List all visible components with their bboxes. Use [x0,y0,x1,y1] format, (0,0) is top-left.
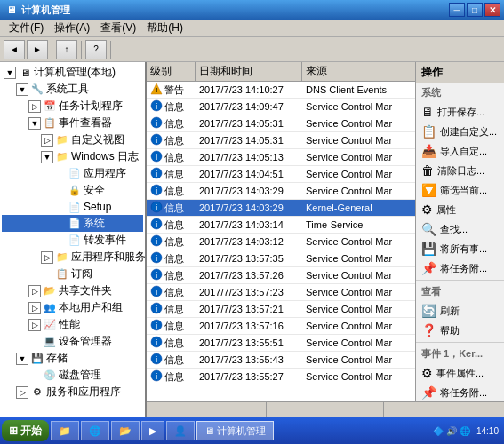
tree-item-perf[interactable]: ▷ 📈 性能 [2,316,143,333]
close-button[interactable]: ✕ [484,3,500,17]
action-event-props[interactable]: ⚙ 事件属性... [416,363,504,383]
maximize-button[interactable]: □ [467,3,483,17]
tree-item-security[interactable]: ▷ 🔒 安全 [2,182,143,199]
up-button[interactable]: ↑ [56,40,77,59]
minimize-button[interactable]: ─ [449,3,465,17]
info-icon: i [150,201,163,215]
log-cell-datetime: 2017/7/23 13:55:51 [196,337,302,349]
log-row[interactable]: i信息2017/7/23 14:05:13Service Control Mar [147,149,415,166]
action-refresh[interactable]: 🔄 刷新 [416,301,504,321]
expand-system-tools[interactable]: ▼ [16,83,28,96]
expand-storage[interactable]: ▼ [16,353,28,365]
expand-services-apps[interactable]: ▷ [16,386,28,399]
tree-item-system[interactable]: ▷ 📄 系统 [2,215,143,232]
taskbar-users[interactable]: 👤 [166,421,195,440]
taskbar-media[interactable]: ▶ [141,421,164,440]
tree-item-task[interactable]: ▷ 📅 任务计划程序 [2,98,143,115]
tree-item-localusers[interactable]: ▷ 👥 本地用户和组 [2,299,143,316]
log-rows[interactable]: !警告2017/7/23 14:10:27DNS Client Eventsi信… [147,82,415,401]
info-icon: i [150,234,163,249]
log-row[interactable]: i信息2017/7/23 13:57:23Service Control Mar [147,284,415,301]
forwarded-label: 转发事件 [84,233,126,248]
tree-item-subscriptions[interactable]: ▷ 📋 订阅 [2,266,143,282]
taskbar-ie[interactable]: 🌐 [81,421,109,440]
log-cell-level: i信息 [147,318,196,334]
tree-item-applog[interactable]: ▷ 📄 应用程序 [2,165,143,182]
action-open-saved[interactable]: 🖥 打开保存... [416,102,504,122]
tree-item-services-apps[interactable]: ▷ ⚙ 服务和应用程序 [2,384,143,400]
back-button[interactable]: ◄ [4,40,25,59]
log-row[interactable]: i信息2017/7/23 14:05:31Service Control Mar [147,115,415,132]
expand-shared[interactable]: ▷ [28,285,41,297]
tree-item-custom[interactable]: ▷ 📁 自定义视图 [2,131,143,148]
log-row[interactable]: i信息2017/7/23 14:03:12Service Control Mar [147,234,415,250]
menu-action[interactable]: 操作(A) [49,20,95,36]
action-event-attach-label: 将任务附... [440,386,487,400]
log-cell-source: Service Control Mar [302,185,415,197]
log-row[interactable]: i信息2017/7/23 13:57:21Service Control Mar [147,301,415,318]
custom-icon: 📁 [55,133,69,147]
log-cell-datetime: 2017/7/23 14:03:29 [196,202,302,214]
tree-item-devmgr[interactable]: ▷ 💻 设备管理器 [2,333,143,350]
expand-localusers[interactable]: ▷ [28,302,41,314]
log-row[interactable]: i信息2017/7/23 13:55:51Service Control Mar [147,335,415,352]
col-source[interactable]: 来源 [302,62,415,81]
log-row[interactable]: i信息2017/7/23 13:57:16Service Control Mar [147,318,415,335]
log-row[interactable]: i信息2017/7/23 13:57:35Service Control Mar [147,250,415,267]
log-row[interactable]: i信息2017/7/23 14:03:14Time-Service [147,217,415,234]
tree-item-shared[interactable]: ▷ 📂 共享文件夹 [2,282,143,299]
localusers-label: 本地用户和组 [59,300,123,315]
action-find[interactable]: 🔍 查找... [416,219,504,239]
expand-appserv[interactable]: ▷ [41,251,53,264]
forward-button[interactable]: ► [27,40,48,59]
log-row[interactable]: i信息2017/7/23 13:57:26Service Control Mar [147,267,415,284]
log-row[interactable]: i信息2017/7/23 14:04:51Service Control Mar [147,166,415,183]
menu-view[interactable]: 查看(V) [95,20,141,36]
start-icon: ⊞ [9,424,18,437]
expand-task[interactable]: ▷ [28,100,41,113]
action-save-all[interactable]: 💾 将所有事... [416,239,504,258]
expand-custom[interactable]: ▷ [41,134,53,147]
menu-file[interactable]: 文件(F) [4,20,49,36]
tree-item-winlogs[interactable]: ▼ 📁 Windows 日志 [2,148,143,165]
action-clear[interactable]: 🗑 清除日志... [416,161,504,180]
log-row[interactable]: i信息2017/7/23 13:55:43Service Control Mar [147,352,415,369]
log-row[interactable]: i信息2017/7/23 13:55:27Service Control Mar [147,369,415,385]
action-filter[interactable]: 🔽 筛选当前... [416,180,504,200]
col-level[interactable]: 级别 [147,62,196,81]
action-properties[interactable]: ⚙ 属性 [416,200,504,219]
tree-item-forwarded[interactable]: ▷ 📄 转发事件 [2,232,143,249]
tree-item-system-tools[interactable]: ▼ 🔧 系统工具 [2,81,143,98]
expand-root[interactable]: ▼ [4,67,16,79]
tree-item-appserv[interactable]: ▷ 📁 应用程序和服务日志 [2,249,143,266]
log-row[interactable]: !警告2017/7/23 14:10:27DNS Client Events [147,82,415,99]
tree-item-root[interactable]: ▼ 🖥 计算机管理(本地) [2,64,143,81]
tree-item-storage[interactable]: ▼ 💾 存储 [2,350,143,367]
taskbar-tray: 🔷 🔊 🌐 14:10 [429,426,502,436]
action-panel: 操作 系统 🖥 打开保存... 📋 创建自定义... 📥 导入自定... 🗑 清… [415,62,504,401]
help-button[interactable]: ? [85,40,107,59]
taskbar-explorer[interactable]: 📁 [51,421,79,440]
action-event-attach[interactable]: 📌 将任务附... [416,383,504,401]
log-row[interactable]: i信息2017/7/23 14:03:29Service Control Mar [147,183,415,200]
start-button[interactable]: ⊞ 开始 [2,420,49,441]
expand-event[interactable]: ▼ [28,117,41,130]
action-attach-task[interactable]: 📌 将任务附... [416,258,504,278]
action-create-custom[interactable]: 📋 创建自定义... [416,122,504,141]
menu-help[interactable]: 帮助(H) [141,20,188,36]
col-datetime[interactable]: 日期和时间 [196,62,302,81]
log-row[interactable]: i信息2017/7/23 14:09:47Service Control Mar [147,99,415,115]
log-row[interactable]: i信息2017/7/23 14:03:29Kernel-General [147,200,415,217]
tree-item-diskmgmt[interactable]: ▷ 💿 磁盘管理 [2,367,143,384]
taskbar-compmgmt[interactable]: 🖥 计算机管理 [196,421,274,440]
log-row[interactable]: i信息2017/7/23 14:05:31Service Control Mar [147,132,415,149]
log-cell-datetime: 2017/7/23 13:57:35 [196,252,302,265]
expand-perf[interactable]: ▷ [28,319,41,331]
action-help[interactable]: ❓ 帮助 [416,321,504,340]
action-filter-label: 筛选当前... [440,184,487,197]
tree-item-setup[interactable]: ▷ 📄 Setup [2,199,143,215]
action-import[interactable]: 📥 导入自定... [416,141,504,161]
expand-winlogs[interactable]: ▼ [41,151,53,163]
taskbar-folder2[interactable]: 📂 [111,421,140,440]
tree-item-event[interactable]: ▼ 📋 事件查看器 [2,115,143,131]
